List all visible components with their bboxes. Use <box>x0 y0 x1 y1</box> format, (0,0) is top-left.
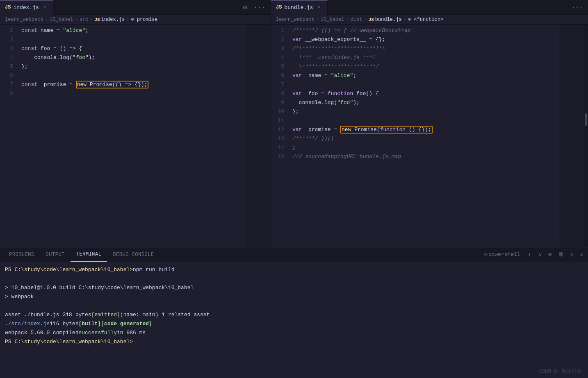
left-code-scroll: 1 const name = "alice"; 2 3 const foo = … <box>0 25 270 247</box>
right-breadcrumb-5: ⊙ <function> <box>408 16 443 23</box>
more-options-icon[interactable]: ··· <box>252 3 267 12</box>
breadcrumb-item-3: src <box>80 17 89 23</box>
right-tab-actions: ··· <box>566 3 588 12</box>
r-code-line-6: 6 var name = "alice"; <box>271 71 559 80</box>
right-breadcrumb-2: 10_babel <box>321 17 344 23</box>
terminal-content[interactable]: PS C:\study\code\learn_webpack\10_babel>… <box>0 262 588 378</box>
watermark: CSDN @一颗冰淇淋 <box>539 368 581 375</box>
term-line-3: > 10_babel@1.0.0 build C:\study\code\lea… <box>5 283 583 292</box>
code-line-2: 2 <box>0 35 246 44</box>
terminal-actions: ⌨ powershell ＋ ∨ ⊞ 🗑 ∧ ✕ <box>483 250 585 259</box>
tab-terminal[interactable]: TERMINAL <box>71 247 107 262</box>
code-line-4: 4 console.log("foo"); <box>0 53 246 62</box>
breadcrumb-item-2: 10_babel <box>50 17 73 23</box>
right-breadcrumb-4: JS bundle.js <box>369 17 402 23</box>
left-tab-actions: ⊞ ··· <box>238 2 270 12</box>
right-more-options-icon[interactable]: ··· <box>570 3 585 12</box>
term-line-blank-2 <box>5 301 583 310</box>
right-scrollbar[interactable] <box>584 25 588 247</box>
right-code-area[interactable]: 1 /******/ (() => { // webpackBootstrap … <box>271 25 559 247</box>
terminal-area: PROBLEMS OUTPUT TERMINAL DEBUG CONSOLE ⌨… <box>0 247 588 378</box>
tab-debug-console[interactable]: DEBUG CONSOLE <box>107 247 160 262</box>
js-icon: JS <box>5 5 11 10</box>
terminal-tab-bar: PROBLEMS OUTPUT TERMINAL DEBUG CONSOLE ⌨… <box>0 247 588 262</box>
left-tab-close[interactable]: × <box>41 4 48 11</box>
r-code-line-2: 2 var __webpack_exports__ = {}; <box>271 35 559 44</box>
r-code-line-13: 13 /******/ })() <box>271 134 559 143</box>
shell-name: powershell <box>488 251 520 258</box>
right-editor-pane: JS bundle.js × ··· learn_webpack › 10_ba… <box>271 0 588 247</box>
r-code-line-1: 1 /******/ (() => { // webpackBootstrap <box>271 26 559 35</box>
left-tab-label: index.js <box>13 5 39 11</box>
terminal-icon: ⌨ <box>484 251 488 258</box>
terminal-shell-label: ⌨ powershell <box>483 251 522 259</box>
left-minimap <box>246 25 270 247</box>
right-code-scroll: 1 /******/ (() => { // webpackBootstrap … <box>271 25 588 247</box>
right-tab-bar: JS bundle.js × ··· <box>271 0 588 15</box>
code-line-7: 7 const promise = new Promise(() => {}); <box>0 80 246 89</box>
r-code-line-12: 12 var promise = new Promise(function ()… <box>271 125 559 134</box>
term-line-8: PS C:\study\code\learn_webpack\10_babel> <box>5 337 583 346</box>
left-breadcrumb: learn_webpack › 10_babel › src › JS inde… <box>0 15 270 25</box>
right-tab-bundle-js[interactable]: JS bundle.js × <box>271 0 328 15</box>
r-code-line-15: 15 //# sourceMappingURL=bundle.js.map <box>271 152 559 161</box>
r-code-line-4: 4 !*** ./src/index.js ***! <box>271 53 559 62</box>
term-line-5: asset ./bundle.js 318 bytes [emitted] (n… <box>5 310 583 319</box>
r-code-line-10: 10 }; <box>271 107 559 116</box>
right-breadcrumb-3: dist <box>351 17 362 23</box>
r-code-line-7: 7 <box>271 80 559 89</box>
r-code-line-5: 5 \***********************/ <box>271 62 559 71</box>
r-code-line-3: 3 /*!***********************!*\ <box>271 44 559 53</box>
term-line-6: ./src/index.js 116 bytes [built] [code g… <box>5 319 583 328</box>
left-editor-pane: JS index.js × ⊞ ··· learn_webpack › 10_b… <box>0 0 271 247</box>
code-line-5: 5 }; <box>0 62 246 71</box>
split-terminal-btn[interactable]: ⊞ <box>547 251 554 259</box>
breadcrumb-item-1: learn_webpack <box>5 17 43 23</box>
left-code-lines: 1 const name = "alice"; 2 3 const foo = … <box>0 25 246 100</box>
term-line-blank-1 <box>5 274 583 283</box>
r-code-line-9: 9 console.log("foo"); <box>271 98 559 107</box>
right-breadcrumb: learn_webpack › 10_babel › dist › JS bun… <box>271 15 588 25</box>
code-line-8: 8 <box>0 89 246 98</box>
terminal-dropdown-btn[interactable]: ∨ <box>537 251 544 259</box>
code-line-6: 6 <box>0 71 246 80</box>
left-tab-index-js[interactable]: JS index.js × <box>0 0 53 15</box>
new-terminal-btn[interactable]: ＋ <box>525 250 534 259</box>
scrollbar-thumb <box>585 113 587 126</box>
right-minimap <box>559 25 584 247</box>
breadcrumb-item-4: JS index.js <box>94 17 125 23</box>
right-tab-close[interactable]: × <box>316 4 322 11</box>
term-line-1: PS C:\study\code\learn_webpack\10_babel>… <box>5 265 583 274</box>
right-code-lines: 1 /******/ (() => { // webpackBootstrap … <box>271 25 559 163</box>
close-panel-btn[interactable]: ✕ <box>578 251 585 259</box>
maximize-panel-btn[interactable]: ∧ <box>568 251 575 259</box>
breadcrumb-item-5: ⊙ promise <box>131 16 157 23</box>
split-editor-icon[interactable]: ⊞ <box>242 2 249 12</box>
code-line-3: 3 const foo = () => { <box>0 44 246 53</box>
r-code-line-14: 14 ; <box>271 143 559 152</box>
left-code-area[interactable]: 1 const name = "alice"; 2 3 const foo = … <box>0 25 246 247</box>
left-tab-bar: JS index.js × ⊞ ··· <box>0 0 270 15</box>
term-line-4: > webpack <box>5 292 583 301</box>
r-code-line-11: 11 <box>271 116 559 125</box>
term-line-7: webpack 5.60.0 compiled successfully in … <box>5 328 583 337</box>
right-breadcrumb-1: learn_webpack <box>276 17 315 23</box>
editor-area: JS index.js × ⊞ ··· learn_webpack › 10_b… <box>0 0 588 247</box>
tab-problems[interactable]: PROBLEMS <box>3 247 40 262</box>
kill-terminal-btn[interactable]: 🗑 <box>556 251 565 258</box>
r-code-line-8: 8 var foo = function foo() { <box>271 89 559 98</box>
tab-output[interactable]: OUTPUT <box>40 247 71 262</box>
js-icon-right: JS <box>276 5 282 10</box>
code-line-1: 1 const name = "alice"; <box>0 26 246 35</box>
right-tab-label: bundle.js <box>284 5 313 11</box>
